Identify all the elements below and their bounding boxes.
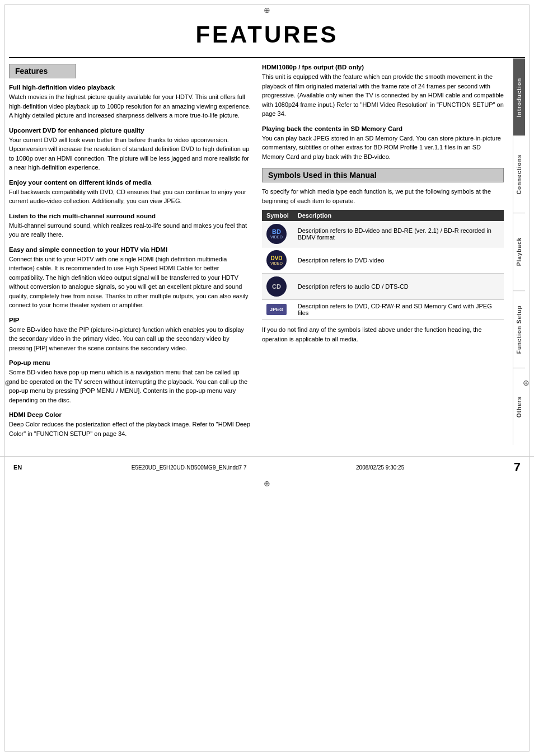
col-description: Description — [293, 210, 504, 221]
features-section-header: Features — [9, 64, 76, 78]
symbol-cell: BDVIDEO — [262, 221, 293, 247]
symbol-cell: CD — [262, 274, 293, 300]
feature-title: Pop-up menu — [9, 359, 251, 366]
symbol-cell: JPEG — [262, 300, 293, 320]
bottom-date: 2008/02/25 9:30:25 — [356, 464, 404, 471]
feature-title: Easy and simple connection to your HDTV … — [9, 246, 251, 253]
main-content: Features Full high-definition video play… — [9, 58, 509, 445]
feature-block: Enjoy your content on different kinds of… — [9, 179, 251, 206]
feature-block: Full high-definition video playbackWatch… — [9, 84, 251, 120]
feature-block: Listen to the rich multi-channel surroun… — [9, 213, 251, 240]
content-area: Features Full high-definition video play… — [0, 58, 534, 445]
sidebar-tabs: IntroductionConnectionsPlaybackFunction … — [513, 58, 525, 445]
page-number: 7 — [514, 460, 521, 475]
crosshair-top: ⊕ — [0, 0, 534, 16]
description-cell: Description refers to DVD, CD-RW/-R and … — [293, 300, 504, 320]
right-col-text: This unit is equipped with the feature w… — [262, 72, 504, 119]
feature-block: Pop-up menuSome BD-video have pop-up men… — [9, 359, 251, 405]
feature-text: Full backwards compatibility with DVD, C… — [9, 187, 251, 206]
feature-title: Upconvert DVD for enhanced picture quali… — [9, 127, 251, 134]
sidebar-tab-function-setup[interactable]: Function Setup — [513, 290, 525, 368]
description-cell: Description refers to BD-video and BD-RE… — [293, 221, 504, 247]
table-row: CDDescription refers to audio CD / DTS-C… — [262, 274, 504, 300]
symbols-footer: If you do not find any of the symbols li… — [262, 325, 504, 344]
feature-block: HDMI Deep ColorDeep Color reduces the po… — [9, 411, 251, 438]
feature-text: Deep Color reduces the posterization eff… — [9, 420, 251, 438]
right-col-block: Playing back the contents in SD Memory C… — [262, 125, 504, 162]
right-col-list: HDMI1080p / fps output (BD only)This uni… — [262, 64, 504, 161]
feature-text: Connect this unit to your HDTV with one … — [9, 255, 251, 310]
crosshair-left: ⊕ — [4, 378, 11, 387]
right-column: HDMI1080p / fps output (BD only)This uni… — [262, 64, 504, 445]
bottom-file: E5E20UD_E5H20UD-NB500MG9_EN.indd7 7 — [132, 464, 247, 471]
table-row: BDVIDEODescription refers to BD-video an… — [262, 221, 504, 247]
sidebar-tab-playback[interactable]: Playback — [513, 213, 525, 290]
right-col-title: Playing back the contents in SD Memory C… — [262, 125, 504, 132]
columns: Features Full high-definition video play… — [9, 64, 504, 445]
description-cell: Description refers to DVD-video — [293, 247, 504, 274]
feature-text: Watch movies in the highest picture qual… — [9, 92, 251, 120]
right-col-title: HDMI1080p / fps output (BD only) — [262, 64, 504, 71]
col-symbol: Symbol — [262, 210, 293, 221]
sidebar-tab-connections[interactable]: Connections — [513, 135, 525, 213]
feature-block: Easy and simple connection to your HDTV … — [9, 246, 251, 310]
table-row: DVDVIDEODescription refers to DVD-video — [262, 247, 504, 274]
feature-title: HDMI Deep Color — [9, 411, 251, 418]
page-title: FEATURES — [9, 16, 525, 58]
feature-text: Your current DVD will look even better t… — [9, 135, 251, 172]
feature-text: Some BD-video have the PIP (picture-in-p… — [9, 325, 251, 353]
table-row: JPEGDescription refers to DVD, CD-RW/-R … — [262, 300, 504, 320]
crosshair-bottom: ⊕ — [0, 478, 534, 489]
feature-text: Some BD-video have pop-up menu which is … — [9, 368, 251, 405]
features-list: Full high-definition video playbackWatch… — [9, 84, 251, 438]
symbol-cell: DVDVIDEO — [262, 247, 293, 274]
left-column: Features Full high-definition video play… — [9, 64, 251, 445]
description-cell: Description refers to audio CD / DTS-CD — [293, 274, 504, 300]
symbols-tbody: BDVIDEODescription refers to BD-video an… — [262, 221, 504, 320]
symbols-intro: To specify for which media type each fun… — [262, 187, 504, 205]
sidebar-tab-others[interactable]: Others — [513, 368, 525, 445]
sidebar-tab-introduction[interactable]: Introduction — [513, 58, 525, 135]
feature-title: Enjoy your content on different kinds of… — [9, 179, 251, 186]
page-bottom: EN E5E20UD_E5H20UD-NB500MG9_EN.indd7 7 2… — [0, 456, 534, 478]
feature-block: Upconvert DVD for enhanced picture quali… — [9, 127, 251, 172]
feature-block: PIPSome BD-video have the PIP (picture-i… — [9, 317, 251, 353]
right-col-text: You can play back JPEG stored in an SD M… — [262, 134, 504, 162]
feature-title: Full high-definition video playback — [9, 84, 251, 91]
symbols-table: Symbol Description BDVIDEODescription re… — [262, 210, 504, 320]
right-col-block: HDMI1080p / fps output (BD only)This uni… — [262, 64, 504, 119]
feature-text: Multi-channel surround sound, which real… — [9, 221, 251, 240]
en-label: EN — [13, 464, 22, 471]
right-sidebar: IntroductionConnectionsPlaybackFunction … — [513, 58, 525, 445]
feature-title: Listen to the rich multi-channel surroun… — [9, 213, 251, 219]
feature-title: PIP — [9, 317, 251, 323]
symbols-section-header: Symbols Used in this Manual — [262, 168, 504, 182]
